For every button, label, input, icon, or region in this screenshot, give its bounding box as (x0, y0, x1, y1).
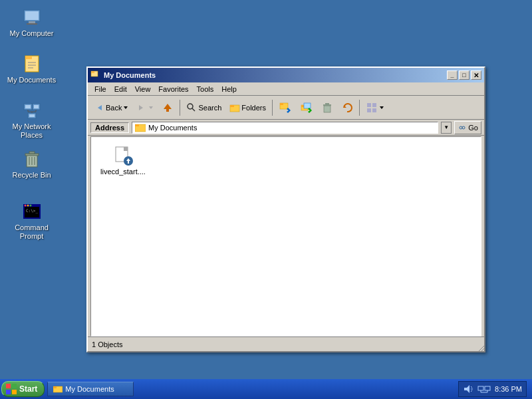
status-text: 1 Objects (92, 340, 122, 348)
address-dropdown[interactable]: ▼ (441, 122, 452, 134)
svg-rect-61 (135, 124, 139, 126)
view-button[interactable] (362, 98, 388, 117)
copy-to-button[interactable] (297, 98, 317, 117)
svg-rect-82 (485, 386, 490, 390)
address-input[interactable]: My Documents (132, 122, 438, 134)
search-button[interactable]: Search (183, 98, 225, 117)
delete-icon (321, 102, 333, 114)
svg-marker-37 (149, 106, 153, 109)
system-tray: 8:36 PM (458, 381, 527, 397)
menu-file[interactable]: File (90, 84, 110, 94)
svg-line-79 (471, 390, 472, 392)
desktop-icon-my-network-places[interactable]: My Network Places (7, 100, 57, 140)
menu-edit[interactable]: Edit (110, 84, 131, 94)
window-title-text: My Documents (104, 71, 447, 79)
svg-rect-10 (25, 105, 31, 108)
back-label: Back (106, 104, 122, 112)
back-icon (94, 102, 104, 113)
menu-bar: File Edit View Favorites Tools Help (88, 82, 484, 96)
maximize-button[interactable]: □ (459, 70, 469, 80)
folders-label: Folders (241, 104, 266, 112)
volume-icon[interactable] (463, 384, 473, 394)
svg-marker-38 (164, 104, 172, 109)
taskbar-window-my-documents[interactable]: My Documents (47, 382, 134, 396)
resize-handle[interactable] (473, 340, 484, 351)
copy-to-icon (300, 101, 313, 114)
toolbar-sep-2 (272, 100, 273, 116)
desktop-icon-my-computer[interactable]: My Computer (7, 7, 57, 38)
svg-marker-59 (380, 106, 384, 109)
desktop-icon-my-documents[interactable]: My Documents (7, 53, 57, 84)
svg-rect-81 (478, 386, 483, 390)
svg-rect-53 (325, 103, 329, 104)
svg-marker-34 (98, 105, 102, 110)
svg-rect-55 (367, 103, 371, 107)
svg-rect-43 (230, 105, 234, 107)
desktop-icon-recycle-bin[interactable]: Recycle Bin (7, 148, 57, 180)
file-icon-livecd (112, 145, 134, 166)
go-button[interactable]: Go (454, 121, 481, 134)
file-area[interactable]: livecd_start.... (90, 136, 481, 336)
folders-button[interactable]: Folders (226, 98, 269, 117)
move-to-button[interactable] (275, 98, 295, 117)
svg-rect-39 (166, 109, 169, 112)
up-button[interactable] (158, 98, 177, 117)
up-icon (162, 102, 173, 113)
svg-point-62 (460, 126, 462, 129)
undo-icon (341, 102, 353, 114)
forward-icon (136, 102, 147, 113)
menu-favorites[interactable]: Favorites (154, 84, 192, 94)
start-label: Start (19, 384, 37, 394)
window-controls: _ □ ✕ (447, 70, 481, 80)
address-label: Address (90, 122, 129, 133)
svg-rect-72 (12, 384, 17, 388)
svg-rect-1 (25, 11, 39, 20)
toolbar: Back (88, 96, 484, 120)
svg-rect-2 (29, 21, 35, 23)
address-bar: Address My Documents ▼ Go (88, 120, 484, 136)
delete-button[interactable] (318, 98, 336, 117)
search-label: Search (198, 104, 221, 112)
status-bar: 1 Objects (88, 336, 484, 351)
start-button[interactable]: Start (1, 381, 45, 397)
svg-rect-3 (27, 23, 37, 25)
network-icon (21, 100, 43, 121)
svg-rect-71 (6, 384, 11, 388)
svg-line-41 (192, 108, 195, 111)
svg-marker-46 (287, 108, 291, 113)
close-button[interactable]: ✕ (471, 70, 481, 80)
undo-button[interactable] (338, 98, 356, 117)
network-tray-icon[interactable] (477, 384, 491, 394)
file-item-livecd[interactable]: livecd_start.... (96, 142, 150, 178)
svg-rect-57 (367, 108, 371, 112)
back-button[interactable]: Back (90, 98, 132, 117)
desktop-icon-my-network-places-label: My Network Places (12, 122, 51, 139)
forward-button[interactable] (133, 98, 157, 117)
svg-rect-66 (124, 147, 128, 151)
svg-rect-21 (29, 152, 35, 154)
menu-help[interactable]: Help (217, 84, 241, 94)
svg-rect-58 (372, 108, 376, 112)
taskbar: Start My Documents (0, 379, 532, 399)
desktop-icon-my-computer-label: My Computer (9, 29, 53, 37)
svg-rect-51 (324, 106, 331, 112)
system-time: 8:36 PM (495, 385, 522, 393)
view-icon (366, 102, 378, 114)
minimize-button[interactable]: _ (447, 70, 458, 80)
svg-marker-50 (308, 108, 312, 113)
svg-line-70 (481, 348, 484, 351)
forward-dropdown-icon (148, 102, 154, 113)
svg-rect-73 (6, 390, 11, 394)
menu-tools[interactable]: Tools (193, 84, 218, 94)
svg-rect-48 (301, 105, 304, 107)
menu-view[interactable]: View (131, 84, 155, 94)
svg-rect-45 (280, 103, 283, 105)
svg-point-40 (188, 104, 193, 109)
svg-rect-14 (29, 114, 35, 117)
svg-point-31 (29, 205, 31, 207)
svg-line-69 (479, 346, 484, 351)
go-label: Go (468, 124, 478, 132)
svg-marker-77 (464, 385, 469, 393)
my-documents-icon (21, 53, 43, 74)
desktop-icon-command-prompt[interactable]: C:\>_ Command Prompt (7, 201, 57, 241)
